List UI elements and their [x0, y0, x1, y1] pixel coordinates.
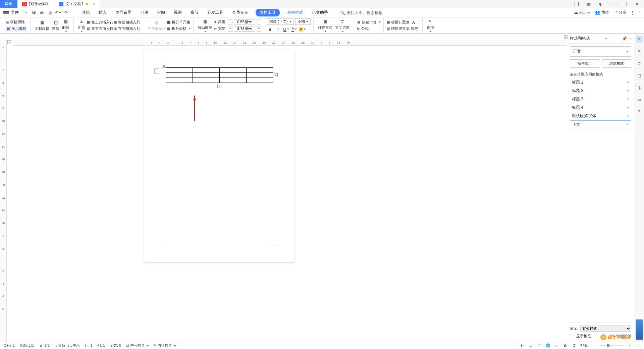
side-settings-icon[interactable]: ⚙ — [636, 60, 643, 67]
insert-left-button[interactable]: ▦ 在左侧插入列 — [113, 20, 140, 25]
formula-button[interactable]: fx 公式 — [357, 26, 381, 31]
style-item[interactable]: 标题 1↵ — [570, 78, 631, 87]
table-add-row-handle[interactable]: + — [217, 84, 221, 88]
status-web-icon[interactable]: 🌐 — [545, 343, 551, 348]
coop-button[interactable]: 👥 协作 — [595, 10, 609, 15]
show-frame-button[interactable]: ▦ 显示虚框 — [5, 26, 28, 32]
status-line[interactable]: 行: 1 — [85, 343, 92, 348]
show-select[interactable]: 有效样式 — [580, 326, 631, 332]
more-menu-icon[interactable]: ⋮ — [631, 10, 635, 15]
repeat-header-button[interactable]: ▦ 标题行重复 — [386, 20, 410, 25]
select-button[interactable]: ↖选择 — [425, 18, 435, 32]
merge-cells-button[interactable]: ▦合并单元格 — [146, 19, 167, 31]
bold-button[interactable]: B — [267, 26, 273, 32]
zoom-in-button[interactable]: + — [627, 343, 632, 348]
menu-table-tools[interactable]: 表格工具 — [256, 9, 280, 16]
font-size-combo[interactable]: 小四 — [295, 18, 311, 25]
menu-dev-tools[interactable]: 开发工具 — [206, 9, 225, 16]
status-col[interactable]: 列: 1 — [97, 343, 105, 348]
menu-start[interactable]: 开始 — [80, 9, 91, 16]
hamburger-icon[interactable] — [3, 11, 9, 14]
table-props-button[interactable]: ▦ 表格属性 — [5, 19, 28, 24]
panel-pin-icon[interactable]: 📌 — [622, 36, 627, 41]
status-eye-icon[interactable]: 👁 — [519, 343, 525, 348]
italic-button[interactable]: I — [275, 26, 281, 32]
side-target-icon[interactable]: ◎ — [636, 84, 643, 91]
home-qa-icon[interactable]: ⌂ — [23, 10, 29, 16]
menu-table-style[interactable]: 表格样式 — [286, 9, 305, 16]
summary-button[interactable]: Σ汇总 — [76, 18, 87, 32]
canvas[interactable]: ▾ 64224681012141618202224262830353840 ✥ … — [7, 40, 567, 342]
to-text-button[interactable]: ▦ 转换成文本 — [386, 26, 410, 31]
side-help-icon[interactable]: ? — [636, 108, 643, 115]
style-item[interactable]: 标题 3↵ — [570, 95, 631, 103]
tab-template[interactable]: 找稻壳模板 — [17, 0, 54, 8]
minimize-button[interactable]: — — [608, 0, 617, 8]
table-move-handle[interactable]: ✥ — [162, 64, 166, 68]
style-item[interactable]: 默认段落字体a — [570, 112, 631, 120]
search-input[interactable] — [346, 10, 387, 15]
style-item[interactable]: 标题 2↵ — [570, 87, 631, 95]
side-shape-icon[interactable]: ◫ — [636, 72, 643, 79]
align-button[interactable]: ▦对齐方式 — [316, 18, 334, 32]
status-fit-icon[interactable]: ⊡ — [572, 343, 577, 348]
tab-close-icon[interactable]: × — [93, 2, 95, 6]
user-icon[interactable]: ◐ — [596, 0, 605, 8]
maximize-button[interactable] — [621, 0, 629, 8]
tab-home[interactable]: 首页 — [0, 0, 17, 8]
menu-reference[interactable]: 引用 — [139, 9, 150, 16]
menu-page-layout[interactable]: 页面布局 — [114, 9, 133, 16]
status-section[interactable]: 节: 1/1 — [39, 343, 50, 348]
clear-format-button[interactable]: 清除格式 — [602, 59, 632, 68]
share-button[interactable]: ↗ 分享 — [613, 10, 627, 15]
current-style-combo[interactable]: 正文 — [570, 46, 631, 57]
font-color-button[interactable]: A — [291, 26, 297, 32]
split-cells-button[interactable]: ▦ 拆分单元格 — [167, 20, 191, 25]
zoom-slider[interactable] — [600, 345, 623, 346]
style-item[interactable]: 标题 4↵ — [570, 103, 631, 112]
height-dec-button[interactable]: − — [228, 19, 232, 25]
status-words[interactable]: 字数: 0 — [110, 343, 121, 348]
status-page[interactable]: 页码: 1 — [3, 343, 15, 348]
quick-calc-button[interactable]: 🖩 快速计算 — [357, 20, 381, 25]
undo-qa-icon[interactable]: ↶ — [55, 10, 61, 16]
save-qa-icon[interactable]: 🖫 — [31, 10, 37, 16]
height-inc-button[interactable]: + — [257, 19, 261, 25]
print-qa-icon[interactable]: 🖶 — [39, 10, 45, 16]
panel-collapse-icon[interactable]: ▸ — [564, 35, 568, 39]
text-dir-button[interactable]: 文文字方向 — [334, 18, 351, 32]
redo-qa-icon[interactable]: ↷ — [63, 10, 69, 16]
width-inc-button[interactable]: + — [257, 26, 261, 32]
width-input[interactable] — [234, 26, 255, 32]
preview-checkbox[interactable] — [570, 334, 574, 338]
height-input[interactable] — [234, 19, 255, 25]
close-button[interactable]: × — [633, 0, 641, 8]
status-page-icon[interactable]: ▯ — [537, 343, 542, 348]
status-outline-icon[interactable]: ≡ — [528, 343, 533, 348]
auto-adjust-button[interactable]: ▦自动调整 — [196, 18, 214, 32]
file-menu[interactable]: 文件 — [11, 10, 19, 15]
erase-button[interactable]: ◫擦除 — [51, 19, 61, 31]
tab-doc[interactable]: 文字文稿1 × — [54, 0, 100, 8]
grid-icon[interactable]: ▦ — [584, 0, 593, 8]
status-expand-icon[interactable]: ⛶ — [635, 343, 641, 348]
new-style-button[interactable]: 新样式... — [570, 59, 599, 68]
status-pages[interactable]: 页面: 1/1 — [19, 343, 34, 348]
font-name-combo[interactable]: 宋体 (正文) — [267, 18, 294, 25]
highlight-button[interactable]: A — [299, 26, 305, 32]
side-select-icon[interactable]: ↖ — [636, 48, 643, 55]
table-add-col-handle[interactable]: + — [274, 73, 278, 77]
underline-button[interactable]: U — [283, 26, 289, 32]
menu-review[interactable]: 审阅 — [156, 9, 166, 16]
document-table[interactable] — [166, 67, 273, 83]
insert-below-button[interactable]: ▦ 在下方插入行 — [87, 26, 113, 31]
status-zoom[interactable]: 72% — [580, 344, 588, 348]
status-pos[interactable]: 设置值: 2.5厘米 — [54, 343, 80, 348]
cloud-status[interactable]: ☁ 未上云 — [574, 10, 591, 15]
status-spell[interactable]: ☑ 拼写检查 — [126, 343, 149, 348]
insert-above-button[interactable]: ▦ 在上方插入行 — [87, 20, 113, 25]
panel-close-icon[interactable]: × — [629, 36, 631, 41]
menu-insert[interactable]: 插入 — [97, 9, 108, 16]
status-night-icon[interactable]: ◐ — [563, 343, 568, 348]
side-badge[interactable] — [636, 319, 643, 340]
